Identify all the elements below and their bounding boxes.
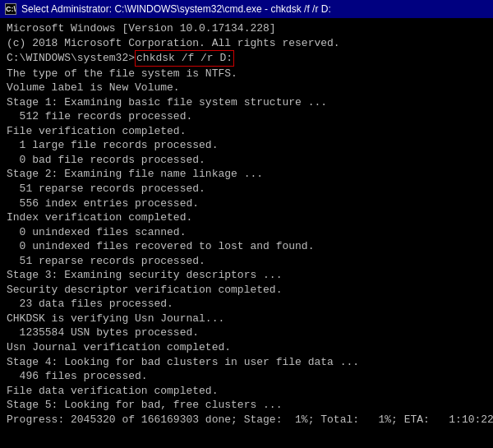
output-line: Stage 3: Examining security descriptors … [7,268,486,283]
title-bar: C:\ Select Administrator: C:\WINDOWS\sys… [0,0,493,18]
terminal: Microsoft Windows [Version 10.0.17134.22… [0,18,493,448]
output-line: 1235584 USN bytes processed. [7,326,486,340]
output-line: 0 unindexed files scanned. [7,225,486,240]
output-line: 23 data files processed. [7,297,486,312]
output-line: Stage 4: Looking for bad clusters in use… [7,355,486,370]
prompt: C:\WINDOWS\system32> [7,51,135,66]
output-line: Stage 2: Examining file name linkage ... [7,167,486,182]
output-line: Index verification completed. [7,210,486,225]
output-line: File verification completed. [7,124,486,139]
output-line: 1 large file records processed. [7,138,486,153]
output-line: Stage 5: Looking for bad, free clusters … [7,398,486,413]
output-line: 0 unindexed files recovered to lost and … [7,239,486,254]
command-line: C:\WINDOWS\system32>chkdsk /f /r D: [7,50,486,67]
title-icon: C:\ [5,3,16,15]
output-line: 51 reparse records processed. [7,254,486,269]
output-line: 556 index entries processed. [7,196,486,211]
output-line: 512 file records processed. [7,109,486,124]
output-line: The type of the file system is NTFS. [7,67,486,81]
command-text: chkdsk /f /r D: [135,50,234,67]
output-line: (c) 2018 Microsoft Corporation. All righ… [7,36,486,51]
output-line: 0 bad file records processed. [7,153,486,168]
output-line: File data verification completed. [7,384,486,399]
output-line: Security descriptor verification complet… [7,283,486,298]
output-line: Stage 1: Examining basic file system str… [7,95,486,110]
progress-line: Progress: 2045320 of 166169303 done; Sta… [7,413,486,427]
output-line: CHKDSK is verifying Usn Journal... [7,312,486,326]
title-text: Select Administrator: C:\WINDOWS\system3… [21,3,331,15]
output-line: Microsoft Windows [Version 10.0.17134.22… [7,21,486,36]
output-line: Usn Journal verification completed. [7,340,486,355]
output-line: 496 files processed. [7,369,486,384]
output-line: 51 reparse records processed. [7,182,486,196]
output-line: Volume label is New Volume. [7,81,486,95]
